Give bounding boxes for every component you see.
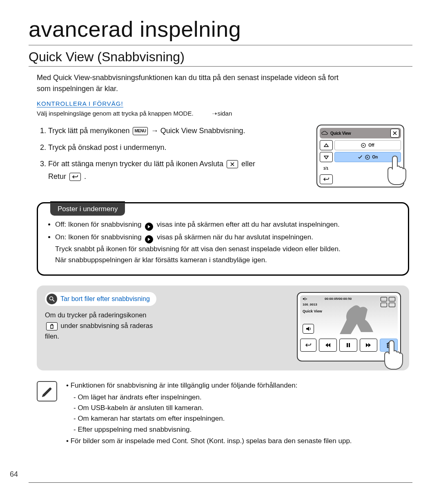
device-menu-screenshot: Quick View Off (316, 125, 404, 187)
text: För att stänga menyn trycker du lätt på … (48, 160, 223, 168)
text: filen. (45, 332, 59, 340)
text: När snabbuppspelningen är klar försätts … (55, 256, 267, 264)
close-icon (227, 160, 238, 168)
submenu-items-box: Poster i undermeny Off: Ikonen för snabb… (37, 202, 409, 276)
step-item: För att stänga menyn trycker du lätt på … (48, 158, 304, 183)
note-text: • Funktionen för snabbvisning är inte ti… (66, 380, 352, 446)
text: Tryck lätt på menyikonen (48, 127, 131, 135)
text: visas på skärmen när du har avslutat ins… (157, 233, 313, 241)
label: Off (368, 143, 374, 147)
submenu-items-tab: Poster i undermeny (50, 201, 125, 216)
list-item: Efter uppspelning med snabbvisning. (74, 424, 352, 435)
section-title: avancerad inspelning (29, 16, 412, 42)
delete-icon (46, 322, 58, 330)
file-number: 100_0013 (303, 303, 317, 306)
step-item: Tryck på önskad post i undermenyn. (48, 141, 304, 154)
magnifier-icon (47, 294, 57, 304)
tip-chip-text: Tar bort filer efter snabbvisning (60, 294, 150, 304)
intro-line: som inspelningen är klar. (37, 85, 118, 93)
svg-rect-4 (349, 343, 350, 347)
forward-button[interactable] (360, 339, 378, 352)
page-number: 64 (10, 470, 18, 479)
text: Välj inspelningsläge genom att trycka på… (37, 110, 173, 117)
text: Om du trycker på raderingsikonen (45, 311, 147, 319)
return-button[interactable] (320, 174, 333, 184)
divider (29, 45, 412, 45)
mode-word: MODE (173, 110, 192, 117)
text: under snabbvisning så raderas (61, 322, 153, 329)
list-item: On: Ikonen för snabbvisning visas på skä… (55, 232, 400, 265)
cont-shot-word: Cont. Shot (172, 437, 205, 445)
note-icon (37, 381, 57, 401)
intro-paragraph: Med Quick View-snabbvisningsfunktionen k… (37, 72, 404, 94)
list-item: Om USB-kabeln är ansluten till kameran. (74, 403, 352, 413)
tip-text: Om du trycker på raderingsikonen under s… (45, 310, 287, 341)
text: (Kont. insp.) spelas bara den senaste fi… (205, 437, 352, 445)
text: On: Ikonen för snabbvisning (55, 233, 143, 241)
text: För bilder som är inspelade med (71, 437, 172, 445)
rewind-button[interactable] (319, 339, 337, 352)
note-block: • Funktionen för snabbvisning är inte ti… (37, 380, 409, 446)
return-button[interactable] (300, 339, 316, 352)
text: eller (241, 160, 255, 168)
svg-rect-3 (347, 343, 348, 347)
intro-line: Med Quick View-snabbvisningsfunktionen k… (37, 74, 339, 82)
subsection-title: Quick View (Snabbvisning) (29, 49, 412, 67)
menu-title: Quick View (330, 131, 388, 136)
up-button[interactable] (320, 140, 333, 150)
cloud-icon (321, 130, 328, 136)
video-thumbnail (336, 303, 377, 336)
page-indicator: 1/1 (320, 164, 332, 173)
quick-view-word: Quick View (160, 127, 197, 135)
quick-view-label: Quick View (303, 309, 322, 313)
text: . (84, 172, 86, 181)
down-button[interactable] (320, 152, 333, 162)
pointing-hand-icon (382, 154, 411, 188)
status-icons (381, 303, 395, 307)
menu-option-off[interactable]: Off (334, 140, 401, 150)
text: Tryck snabbt på ikonen för snabbvisning … (55, 245, 341, 253)
device-playback-screenshot: ●▷ 00:00:05/00:00:50 100_0013 Quick View (297, 292, 401, 361)
list-item: Om kameran har startats om efter inspeln… (74, 413, 352, 424)
tip-chip: Tar bort filer efter snabbvisning (45, 292, 156, 306)
preflight-label: KONTROLLERA I FÖRVÄG! (37, 100, 123, 107)
label: On (372, 155, 378, 159)
text: visas inte på skärmen efter att du har a… (157, 221, 340, 228)
quick-view-play-icon (145, 235, 153, 243)
list-item: Off: Ikonen för snabbvisning visas inte … (55, 219, 400, 231)
text: Off: Ikonen för snabbvisning (55, 221, 143, 228)
rec-state-icon: ●▷ (303, 297, 307, 301)
list-item: Om läget har ändrats efter inspelningen. (74, 392, 352, 403)
time-counter: 00:00:05/00:00:50 (325, 297, 352, 301)
menu-icon: MENU (133, 127, 147, 135)
volume-button[interactable] (303, 324, 314, 334)
text: . (192, 110, 193, 117)
preflight-text: Välj inspelningsläge genom att trycka på… (37, 110, 404, 117)
return-icon (69, 173, 81, 181)
pause-button[interactable] (339, 339, 357, 352)
status-icons (381, 297, 395, 301)
svg-point-2 (50, 297, 53, 300)
step-list: Tryck lätt på menyikonen MENU → Quick Vi… (37, 125, 304, 187)
quick-view-play-icon (145, 223, 153, 231)
pointing-hand-icon (379, 339, 408, 373)
delete-tip-box: Tar bort filer efter snabbvisning Om du … (37, 285, 409, 370)
close-button[interactable] (390, 129, 399, 138)
divider (29, 482, 412, 483)
step-item: Tryck lätt på menyikonen MENU → Quick Vi… (48, 125, 304, 137)
text: Snabbvisning. (197, 127, 245, 135)
note-intro: Funktionen för snabbvisning är inte till… (71, 381, 298, 389)
text: Retur (48, 172, 68, 181)
page-ref: ➝sidan (212, 110, 232, 117)
poster-list: Off: Ikonen för snabbvisning visas inte … (46, 219, 400, 265)
